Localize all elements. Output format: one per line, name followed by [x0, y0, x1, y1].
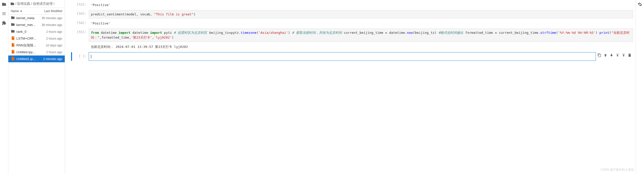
right-sidebar — [636, 0, 644, 174]
folder-icon — [11, 22, 15, 27]
file-list-header: Name Last Modified — [8, 8, 65, 15]
output-prompt — [73, 43, 89, 44]
output-text: 当前北京时间： 2024-07-01 13:39:57 第23天打卡 lyj02… — [89, 43, 633, 51]
file-browser: / 应用实践 / 自然语言处理 / Name Last Modified ker… — [8, 0, 65, 174]
notebook-icon — [11, 43, 15, 48]
output-cell: [53]: 'Positive' — [73, 1, 633, 9]
notebook-icon — [11, 36, 15, 41]
file-name-label: rank_0 — [16, 30, 26, 34]
delete-icon[interactable] — [628, 53, 632, 58]
code-content[interactable]: from datetime import datetime import pyt… — [89, 28, 633, 42]
code-cell[interactable]: [55]: from datetime import datetime impo… — [73, 28, 633, 42]
file-name-label: Untitled.ipy... — [16, 50, 35, 54]
file-name-label: Untitled1.ip... — [16, 57, 36, 61]
code-cell[interactable]: [54]: predict_sentiment(model, vocab, "T… — [73, 10, 633, 19]
watermark: CSDN @IT海中的小浪花 — [601, 168, 634, 172]
input-prompt: [ ]: — [73, 52, 89, 58]
file-name-label: kernel_met... — [16, 23, 35, 27]
active-code-cell[interactable]: [ ]: — [73, 52, 633, 61]
file-name-label: kernel_meta — [16, 16, 35, 20]
folder-icon — [11, 16, 15, 20]
file-modified-time: 2 hours ago — [46, 50, 62, 54]
notebook-icon — [11, 56, 15, 61]
file-modified-time: 2 hours ago — [46, 30, 62, 34]
file-modified-time: 38 minutes ago — [42, 23, 62, 27]
file-list: kernel_meta38 minutes agokernel_met...38… — [8, 15, 65, 174]
cell-toolbar — [596, 52, 633, 59]
output-text: 'Positive' — [89, 19, 633, 27]
insert-below-icon[interactable] — [622, 53, 626, 58]
notebook-icon — [11, 50, 15, 54]
file-row[interactable]: LSTM+CRF...2 hours ago — [8, 35, 65, 42]
file-name-label: LSTM+CRF... — [16, 37, 36, 40]
input-prompt: [54]: — [73, 10, 89, 15]
move-down-icon[interactable] — [609, 53, 614, 58]
file-modified-time: 38 minutes ago — [42, 16, 62, 20]
output-prompt: [54]: — [73, 19, 89, 25]
code-content[interactable]: predict_sentiment(model, vocab, "This fi… — [89, 10, 633, 19]
output-cell: 当前北京时间： 2024-07-01 13:39:57 第23天打卡 lyj02… — [73, 43, 633, 51]
header-modified[interactable]: Last Modified — [44, 9, 62, 13]
output-prompt: [53]: — [73, 1, 89, 6]
file-row[interactable]: Untitled.ipy...2 hours ago — [8, 49, 65, 55]
file-modified-time: 2 hours ago — [46, 37, 62, 40]
folder-icon — [11, 29, 15, 34]
output-text: 'Positive' — [89, 1, 633, 9]
breadcrumb[interactable]: / 应用实践 / 自然语言处理 / — [8, 0, 65, 8]
list-icon[interactable] — [2, 11, 6, 17]
sort-asc-icon — [20, 10, 22, 12]
file-row[interactable]: Untitled1.ip...2 minutes ago — [8, 55, 65, 62]
code-input[interactable] — [89, 52, 596, 61]
file-row[interactable]: RNN实现情...10 days ago — [8, 42, 65, 49]
extensions-icon[interactable] — [2, 21, 6, 26]
file-row[interactable]: rank_02 hours ago — [8, 28, 65, 35]
file-name-label: RNN实现情... — [16, 43, 36, 48]
breadcrumb-path: / 应用实践 / 自然语言处理 / — [15, 2, 54, 6]
active-cell-indicator — [71, 52, 72, 61]
activity-bar — [0, 0, 8, 174]
move-up-icon[interactable] — [603, 53, 607, 58]
file-modified-time: 10 days ago — [46, 44, 62, 47]
input-prompt: [55]: — [73, 28, 89, 34]
notebook-area: [53]: 'Positive' [54]: predict_sentiment… — [65, 0, 636, 174]
file-modified-time: 2 minutes ago — [43, 57, 62, 61]
output-cell: [54]: 'Positive' — [73, 19, 633, 27]
folder-icon[interactable] — [2, 2, 6, 7]
header-name[interactable]: Name — [11, 9, 22, 13]
insert-above-icon[interactable] — [616, 53, 620, 58]
file-row[interactable]: kernel_meta38 minutes ago — [8, 15, 65, 21]
duplicate-icon[interactable] — [597, 53, 601, 58]
file-row[interactable]: kernel_met...38 minutes ago — [8, 21, 65, 28]
settings-icon[interactable] — [638, 2, 642, 7]
